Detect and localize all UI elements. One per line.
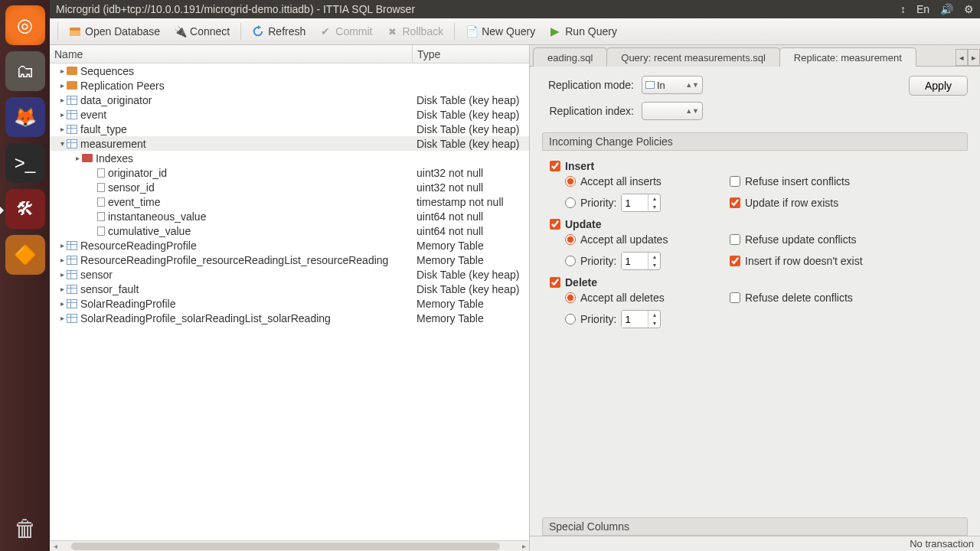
update-priority-spinner[interactable]: ▲▼ (621, 252, 661, 270)
insert-priority-spinner[interactable]: ▲▼ (621, 194, 661, 212)
new-query-button[interactable]: New Query (459, 22, 541, 41)
delete-accept-radio[interactable] (565, 292, 576, 303)
scroll-right-icon[interactable]: ▸ (518, 542, 529, 550)
tree-row[interactable]: ▾measurementDisk Table (key heap) (50, 136, 529, 151)
tree-row[interactable]: instantaneous_valueuint64 not null (50, 209, 529, 223)
connect-label: Connect (190, 25, 230, 37)
tree-row[interactable]: ▸Indexes (50, 151, 529, 165)
delete-refuse-checkbox[interactable] (730, 292, 740, 303)
insert-accept-label: Accept all inserts (580, 175, 662, 187)
tree-row[interactable]: originator_iduint32 not null (50, 165, 529, 180)
tree-row[interactable]: ▸eventDisk Table (key heap) (50, 107, 529, 122)
tree-row[interactable]: ▸SolarReadingProfile_solarReadingList_so… (50, 311, 529, 325)
spin-up-icon[interactable]: ▲ (648, 194, 660, 203)
tree-row[interactable]: ▸data_originatorDisk Table (key heap) (50, 93, 529, 107)
expand-icon[interactable]: ▸ (57, 314, 67, 322)
run-query-button[interactable]: Run Query (543, 22, 623, 41)
spin-up-icon[interactable]: ▲ (648, 311, 660, 319)
expand-icon[interactable]: ▸ (57, 241, 67, 249)
expand-icon[interactable]: ▸ (57, 81, 67, 90)
expand-icon[interactable]: ▸ (57, 96, 67, 104)
document-icon (466, 25, 478, 37)
tree-row[interactable]: ▸fault_typeDisk Table (key heap) (50, 122, 529, 136)
expand-icon[interactable]: ▸ (57, 125, 67, 133)
insert-refuse-checkbox[interactable] (730, 176, 740, 187)
spin-up-icon[interactable]: ▲ (648, 253, 660, 261)
tree-item-name: Sequences (80, 65, 134, 77)
expand-icon[interactable]: ▸ (57, 256, 67, 264)
expand-icon[interactable]: ▸ (57, 285, 67, 293)
apply-button[interactable]: Apply (909, 76, 968, 96)
col-header-name[interactable]: Name (50, 45, 413, 63)
open-database-button[interactable]: Open Database (63, 22, 166, 41)
tab-replicate-measurement[interactable]: Replicate: measurement (779, 47, 916, 67)
schema-tree[interactable]: ▸Sequences▸Replication Peers▸data_origin… (50, 64, 529, 540)
tree-item-name: SolarReadingProfile (80, 298, 176, 310)
col-header-type[interactable]: Type (413, 45, 529, 63)
scroll-thumb[interactable] (71, 543, 500, 550)
dash-icon[interactable]: ◎ (5, 5, 45, 45)
update-priority-radio[interactable] (565, 256, 576, 266)
spin-down-icon[interactable]: ▼ (648, 261, 660, 269)
network-icon[interactable]: ↕ (900, 3, 906, 15)
replication-mode-select[interactable]: In ▲▼ (642, 76, 703, 94)
update-enable-checkbox[interactable] (550, 219, 560, 230)
delete-priority-radio[interactable] (565, 314, 576, 324)
tree-row[interactable]: ▸sensor_faultDisk Table (key heap) (50, 282, 529, 296)
tab-reading-sql[interactable]: eading.sql (533, 47, 607, 67)
delete-enable-checkbox[interactable] (550, 277, 560, 288)
spin-down-icon[interactable]: ▼ (648, 203, 660, 211)
expand-icon[interactable]: ▸ (57, 110, 67, 119)
delete-priority-spinner[interactable]: ▲▼ (621, 310, 661, 328)
tree-item-name: data_originator (80, 94, 152, 106)
expand-icon[interactable]: ▸ (57, 270, 67, 279)
lang-icon[interactable]: En (916, 3, 929, 15)
insert-updateif-checkbox[interactable] (730, 197, 740, 208)
firefox-icon[interactable]: 🦊 (5, 97, 45, 137)
diagram-icon[interactable]: 🔶 (5, 235, 45, 275)
insert-priority-input[interactable] (622, 194, 648, 211)
tree-row[interactable]: cumulative_valueuint64 not null (50, 223, 529, 238)
replication-index-select[interactable]: ▲▼ (642, 102, 703, 120)
system-icon[interactable]: ⚙ (964, 3, 974, 15)
tree-row[interactable]: ▸SolarReadingProfileMemory Table (50, 296, 529, 311)
spin-down-icon[interactable]: ▼ (648, 319, 660, 328)
terminal-icon[interactable]: >_ (5, 143, 45, 183)
scroll-left-icon[interactable]: ◂ (50, 542, 60, 550)
delete-priority-input[interactable] (622, 311, 648, 328)
update-priority-input[interactable] (622, 253, 648, 269)
volume-icon[interactable]: 🔊 (940, 3, 953, 15)
app-icon[interactable]: 🛠 (5, 189, 45, 229)
tree-item-name: Replication Peers (80, 80, 165, 92)
tbl-icon (67, 285, 77, 294)
files-icon[interactable]: 🗂 (5, 51, 45, 91)
refresh-button[interactable]: Refresh (246, 22, 312, 41)
connect-button[interactable]: Connect (168, 22, 236, 41)
tree-row[interactable]: ▸Replication Peers (50, 78, 529, 93)
expand-icon[interactable]: ▸ (57, 67, 67, 75)
tab-recent-measurements[interactable]: Query: recent measurements.sql (606, 47, 780, 67)
insert-priority-radio[interactable] (565, 197, 576, 208)
runquery-label: Run Query (565, 25, 617, 37)
tree-row[interactable]: ▸ResourceReadingProfile_resourceReadingL… (50, 253, 529, 267)
tree-row[interactable]: ▸Sequences (50, 64, 529, 78)
tree-row[interactable]: event_timetimestamp not null (50, 194, 529, 209)
tab-scroll-right-icon[interactable]: ▸ (968, 49, 980, 66)
insert-enable-checkbox[interactable] (550, 161, 560, 171)
expand-icon[interactable]: ▾ (57, 139, 67, 148)
trash-icon[interactable]: 🗑 (5, 509, 45, 549)
delete-refuse-label: Refuse delete conflicts (745, 292, 853, 304)
tree-row[interactable]: sensor_iduint32 not null (50, 180, 529, 194)
tree-row[interactable]: ▸ResourceReadingProfileMemory Table (50, 238, 529, 253)
expand-icon[interactable]: ▸ (73, 154, 82, 162)
tab-scroll-left-icon[interactable]: ◂ (956, 49, 968, 66)
replication-index-label: Replication index: (542, 105, 634, 117)
horizontal-scrollbar[interactable]: ◂ ▸ (50, 540, 529, 551)
tree-row[interactable]: ▸sensorDisk Table (key heap) (50, 267, 529, 282)
insert-accept-radio[interactable] (565, 176, 576, 187)
update-refuse-checkbox[interactable] (730, 234, 740, 245)
schema-tree-panel: Name Type ▸Sequences▸Replication Peers▸d… (50, 45, 530, 551)
expand-icon[interactable]: ▸ (57, 299, 67, 308)
update-accept-radio[interactable] (565, 234, 576, 245)
update-insertif-checkbox[interactable] (730, 256, 740, 266)
